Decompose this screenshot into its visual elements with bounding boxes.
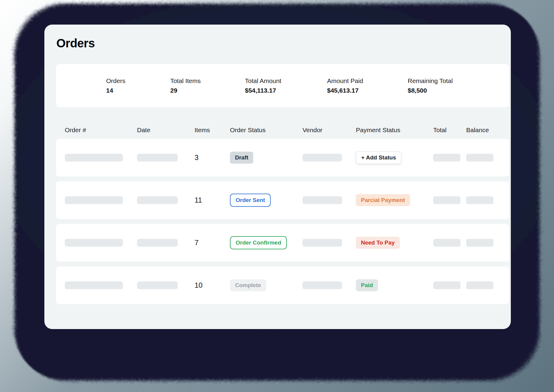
column-header-items: Items xyxy=(195,126,230,134)
table-row[interactable]: 11 Order Sent Parcial Payment xyxy=(56,181,509,219)
stage: Orders Orders 14 Total Items 29 Total Am… xyxy=(0,0,554,392)
balance-placeholder xyxy=(466,154,493,162)
stat-label: Orders xyxy=(106,77,170,85)
stat-value: 29 xyxy=(170,87,245,94)
date-placeholder xyxy=(137,154,178,162)
stat-remaining-total: Remaining Total $8,500 xyxy=(408,77,453,94)
balance-placeholder xyxy=(466,239,493,247)
stat-value: $45,613.17 xyxy=(327,87,408,94)
order-number-placeholder xyxy=(65,239,123,247)
items-count: 3 xyxy=(195,153,198,162)
stat-label: Total Amount xyxy=(245,77,327,85)
column-header-order-number: Order # xyxy=(65,126,137,134)
vendor-placeholder xyxy=(302,239,342,247)
order-status-badge[interactable]: Order Sent xyxy=(230,194,271,207)
column-header-balance: Balance xyxy=(466,126,509,134)
order-status-badge[interactable]: Complete xyxy=(230,279,266,291)
orders-panel: Orders Orders 14 Total Items 29 Total Am… xyxy=(44,25,511,329)
total-placeholder xyxy=(433,196,460,204)
order-number-placeholder xyxy=(65,196,123,204)
column-header-vendor: Vendor xyxy=(302,126,356,134)
summary-bar: Orders 14 Total Items 29 Total Amount $5… xyxy=(56,64,509,107)
table-header: Order # Date Items Order Status Vendor P… xyxy=(56,126,509,134)
stat-total-amount: Total Amount $54,113.17 xyxy=(245,77,327,94)
total-placeholder xyxy=(433,239,460,247)
items-count: 11 xyxy=(195,196,202,204)
balance-placeholder xyxy=(466,281,493,289)
stat-value: 14 xyxy=(106,87,170,94)
vendor-placeholder xyxy=(302,281,342,289)
stat-total-items: Total Items 29 xyxy=(170,77,245,94)
column-header-total: Total xyxy=(433,126,466,134)
table-row[interactable]: 3 Draft + Add Status xyxy=(56,139,509,177)
vendor-placeholder xyxy=(302,196,342,204)
stat-label: Amount Paid xyxy=(327,77,408,85)
stat-label: Total Items xyxy=(170,77,245,85)
payment-status-badge[interactable]: Need To Pay xyxy=(356,237,400,249)
stat-value: $8,500 xyxy=(408,87,453,94)
column-header-date: Date xyxy=(137,126,195,134)
order-status-badge[interactable]: Order Confirmed xyxy=(230,236,287,249)
add-status-button[interactable]: + Add Status xyxy=(356,151,401,164)
total-placeholder xyxy=(433,281,460,289)
order-number-placeholder xyxy=(65,281,123,289)
table-row[interactable]: 10 Complete Paid xyxy=(56,266,509,304)
total-placeholder xyxy=(433,154,460,162)
column-header-order-status: Order Status xyxy=(230,126,302,134)
table-row[interactable]: 7 Order Confirmed Need To Pay xyxy=(56,224,509,262)
order-rows: 3 Draft + Add Status 11 Order Sent Parci… xyxy=(56,139,509,304)
balance-placeholder xyxy=(466,196,493,204)
vendor-placeholder xyxy=(302,154,342,162)
date-placeholder xyxy=(137,239,178,247)
page-title: Orders xyxy=(56,37,95,50)
date-placeholder xyxy=(137,281,178,289)
items-count: 7 xyxy=(195,239,198,247)
order-number-placeholder xyxy=(65,154,123,162)
order-status-badge[interactable]: Draft xyxy=(230,152,253,164)
stat-amount-paid: Amount Paid $45,613.17 xyxy=(327,77,408,94)
date-placeholder xyxy=(137,196,178,204)
items-count: 10 xyxy=(195,281,203,289)
stat-label: Remaining Total xyxy=(408,77,453,85)
column-header-payment-status: Payment Status xyxy=(356,126,433,134)
payment-status-badge[interactable]: Parcial Payment xyxy=(356,194,410,206)
payment-status-badge[interactable]: Paid xyxy=(356,279,378,291)
stat-value: $54,113.17 xyxy=(245,87,327,94)
stat-orders: Orders 14 xyxy=(106,77,170,94)
